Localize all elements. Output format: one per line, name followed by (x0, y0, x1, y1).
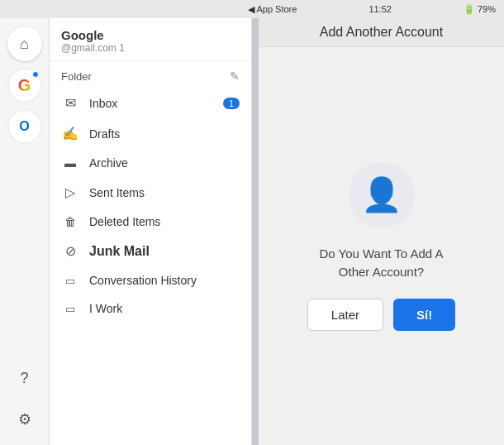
dialog-buttons: Later Sí! (307, 299, 455, 331)
work-icon: ▭ (61, 303, 79, 315)
folder-name-sent: Sent Items (89, 186, 240, 199)
dialog-text: Do You Want To Add AOther Account? (319, 245, 443, 282)
settings-icon: ⚙ (18, 410, 31, 428)
help-icon: ? (20, 370, 28, 387)
si-button[interactable]: Sí! (393, 299, 455, 331)
google-g-icon: G (18, 76, 31, 95)
folder-edit-icon[interactable]: ✎ (230, 69, 240, 83)
folder-name-archive: Archive (89, 156, 240, 170)
folder-item-sent[interactable]: ▷ Sent Items (50, 177, 251, 208)
folder-header: Folder ✎ (50, 61, 251, 88)
google-notification-dot (32, 71, 39, 78)
folder-item-inbox[interactable]: ✉ Inbox 1 (50, 88, 251, 118)
folder-name-conversation: Conversation History (89, 274, 240, 287)
outlook-account-button[interactable]: O (7, 109, 42, 144)
folder-item-archive[interactable]: ▬ Archive (50, 149, 251, 177)
archive-icon: ▬ (61, 156, 79, 170)
folder-panel: Google @gmail.com 1 Folder ✎ ✉ Inbox 1 ✍… (50, 18, 252, 445)
folder-item-conversation[interactable]: ▭ Conversation History (50, 266, 251, 294)
conversation-icon: ▭ (61, 275, 79, 287)
person-icon: 👤 (361, 175, 402, 214)
sent-icon: ▷ (61, 184, 79, 200)
settings-button[interactable]: ⚙ (7, 402, 42, 437)
status-time: 11:52 (368, 4, 392, 14)
help-button[interactable]: ? (7, 361, 42, 395)
folder-item-deleted[interactable]: 🗑 Deleted Items (50, 208, 251, 236)
main-layout: ⌂ G O ? ⚙ Google @gmail.com 1 Folder ✎ ✉ (0, 18, 504, 445)
account-header: Google @gmail.com 1 (50, 18, 251, 61)
folder-name-drafts: Drafts (89, 127, 240, 141)
folder-item-drafts[interactable]: ✍ Drafts (50, 118, 251, 149)
later-button[interactable]: Later (307, 299, 383, 331)
folder-name-inbox: Inbox (89, 97, 213, 110)
folder-name-work: I Work (89, 302, 240, 315)
folder-name-deleted: Deleted Items (89, 215, 240, 228)
home-icon: ⌂ (20, 36, 29, 53)
right-panel: Add Another Account 👤 Do You Want To Add… (259, 18, 504, 445)
folder-item-work[interactable]: ▭ I Work (50, 294, 251, 323)
deleted-icon: 🗑 (61, 215, 79, 228)
home-button[interactable]: ⌂ (7, 26, 42, 61)
google-account-button[interactable]: G (7, 68, 42, 103)
dialog-body: 👤 Do You Want To Add AOther Account? Lat… (259, 47, 504, 445)
status-app-store: ◀ App Store (248, 4, 297, 15)
outlook-icon: O (19, 119, 29, 134)
drafts-icon: ✍ (61, 126, 79, 141)
inbox-icon: ✉ (61, 95, 79, 111)
dialog-header: Add Another Account (259, 18, 504, 47)
scroll-strip[interactable] (252, 18, 259, 445)
icon-rail: ⌂ G O ? ⚙ (0, 18, 50, 445)
status-battery: 🔋 79% (464, 4, 496, 15)
account-name: Google (61, 28, 240, 42)
account-email: @gmail.com 1 (61, 42, 240, 54)
junk-icon: ⊘ (61, 243, 79, 259)
folder-label: Folder (61, 70, 92, 83)
folder-list: ✉ Inbox 1 ✍ Drafts ▬ Archive ▷ Sent Item… (50, 88, 251, 445)
folder-name-junk: Junk Mail (89, 244, 240, 259)
folder-item-junk[interactable]: ⊘ Junk Mail (50, 236, 251, 266)
dialog-title: Add Another Account (320, 25, 443, 40)
avatar-circle: 👤 (349, 162, 415, 228)
status-bar: ◀ App Store 11:52 🔋 79% (0, 0, 504, 18)
inbox-badge: 1 (223, 98, 240, 109)
